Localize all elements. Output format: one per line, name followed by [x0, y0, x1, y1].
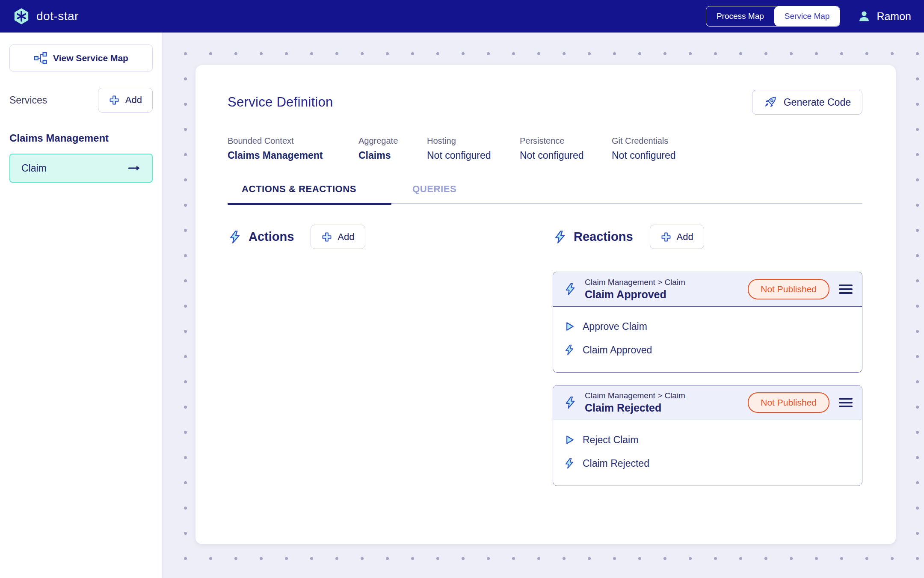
list-item-label: Approve Claim	[583, 321, 647, 332]
meta-value: Not configured	[520, 150, 612, 161]
list-item: Claim Rejected	[563, 457, 852, 469]
bolt-icon	[228, 230, 242, 244]
menu-icon[interactable]	[839, 396, 853, 409]
reaction-title: Claim Rejected	[585, 402, 685, 414]
brand: dot-star	[13, 8, 79, 25]
add-action-label: Add	[338, 231, 354, 243]
actions-panel: Actions Add	[228, 225, 553, 486]
bolt-icon	[563, 282, 577, 296]
breadcrumb: Claim Management > Claim	[585, 278, 685, 287]
list-item: Claim Approved	[563, 344, 852, 356]
list-item-label: Reject Claim	[583, 434, 638, 446]
service-definition-card: Service Definition Generate Code	[195, 65, 896, 544]
meta-value: Claims	[358, 150, 427, 161]
meta-persistence: Persistence Not configured	[520, 136, 612, 161]
plus-icon	[660, 231, 672, 243]
tab-bar: ACTIONS & REACTIONS QUERIES	[228, 184, 862, 204]
reaction-card-body: Reject Claim Claim Rejected	[553, 420, 862, 486]
service-group-title: Claims Management	[9, 132, 153, 144]
bolt-icon	[553, 230, 567, 244]
sidebar-item-label: Claim	[21, 163, 47, 174]
rocket-icon	[764, 95, 777, 109]
arrow-right-icon	[128, 164, 141, 172]
map-view-toggle: Process Map Service Map	[706, 6, 840, 27]
reaction-title: Claim Approved	[585, 288, 685, 301]
tab-actions-reactions[interactable]: ACTIONS & REACTIONS	[228, 184, 391, 203]
app-root: dot-star Process Map Service Map Ramon	[0, 0, 924, 578]
reaction-card-header: Claim Management > Claim Claim Rejected …	[553, 385, 862, 420]
plus-icon	[109, 95, 120, 106]
page-title: Service Definition	[228, 95, 333, 110]
meta-label: Persistence	[520, 136, 612, 146]
service-map-button[interactable]: Service Map	[774, 6, 840, 26]
meta-bounded-context: Bounded Context Claims Management	[228, 136, 358, 161]
status-badge: Not Published	[748, 279, 829, 299]
reaction-card-header: Claim Management > Claim Claim Approved …	[553, 272, 862, 307]
meta-value: Not configured	[612, 150, 676, 161]
meta-git-credentials: Git Credentials Not configured	[612, 136, 676, 161]
services-label: Services	[9, 95, 47, 106]
meta-label: Aggregate	[358, 136, 427, 146]
generate-code-label: Generate Code	[784, 97, 851, 108]
service-meta: Bounded Context Claims Management Aggreg…	[228, 136, 862, 161]
generate-code-button[interactable]: Generate Code	[752, 90, 862, 115]
add-action-button[interactable]: Add	[311, 225, 365, 249]
list-item: Approve Claim	[563, 320, 852, 332]
reaction-card-claim-approved: Claim Management > Claim Claim Approved …	[553, 272, 862, 373]
reaction-card-claim-rejected: Claim Management > Claim Claim Rejected …	[553, 385, 862, 486]
bolt-icon	[563, 344, 575, 356]
navbar-right: Process Map Service Map Ramon	[706, 6, 911, 27]
meta-hosting: Hosting Not configured	[427, 136, 520, 161]
view-service-map-label: View Service Map	[53, 53, 128, 63]
add-service-label: Add	[125, 95, 142, 106]
main-area: Service Definition Generate Code	[163, 33, 924, 578]
process-map-button[interactable]: Process Map	[706, 6, 774, 26]
meta-label: Bounded Context	[228, 136, 358, 146]
meta-aggregate: Aggregate Claims	[358, 136, 427, 161]
add-reaction-label: Add	[677, 231, 693, 243]
services-header: Services Add	[9, 88, 153, 113]
meta-label: Git Credentials	[612, 136, 676, 146]
reaction-card-body: Approve Claim Claim Approved	[553, 307, 862, 372]
meta-value: Claims Management	[228, 150, 358, 161]
reactions-title: Reactions	[574, 230, 633, 244]
meta-value: Not configured	[427, 150, 520, 161]
sidebar-item-claim[interactable]: Claim	[9, 154, 153, 183]
add-reaction-button[interactable]: Add	[650, 225, 704, 249]
list-item-label: Claim Approved	[583, 344, 652, 356]
user-menu[interactable]: Ramon	[857, 9, 911, 23]
list-item: Reject Claim	[563, 434, 852, 446]
user-icon	[857, 9, 871, 23]
sidebar: View Service Map Services Add Claims Man…	[0, 33, 163, 578]
list-item-label: Claim Rejected	[583, 458, 649, 469]
add-service-button[interactable]: Add	[98, 88, 153, 113]
actions-title: Actions	[249, 230, 294, 244]
top-navbar: dot-star Process Map Service Map Ramon	[0, 0, 924, 33]
play-icon	[563, 434, 575, 446]
brand-name: dot-star	[36, 9, 79, 23]
breadcrumb: Claim Management > Claim	[585, 391, 685, 400]
view-service-map-button[interactable]: View Service Map	[9, 44, 153, 71]
bolt-icon	[563, 396, 577, 409]
reactions-panel: Reactions Add	[553, 225, 862, 486]
tab-queries[interactable]: QUERIES	[391, 184, 482, 203]
play-icon	[563, 320, 575, 332]
menu-icon[interactable]	[839, 283, 853, 296]
meta-label: Hosting	[427, 136, 520, 146]
bolt-icon	[563, 457, 575, 469]
status-badge: Not Published	[748, 392, 829, 413]
plus-icon	[321, 231, 332, 243]
service-map-icon	[34, 52, 47, 65]
user-name: Ramon	[877, 10, 911, 23]
dot-star-logo-icon	[13, 8, 30, 25]
